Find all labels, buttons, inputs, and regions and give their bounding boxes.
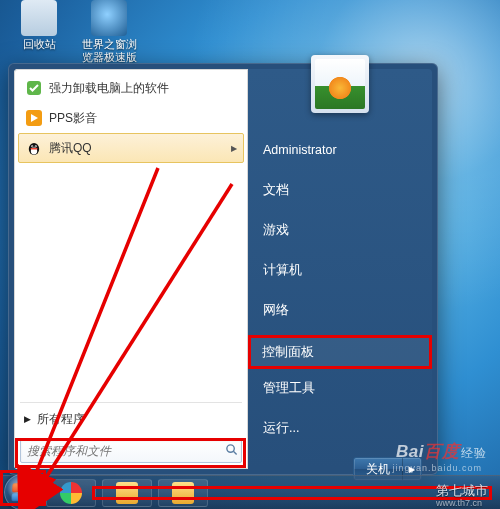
right-item-label: Administrator	[263, 143, 337, 157]
watermark-baidu: Bai百度经验	[396, 440, 486, 463]
right-item-label: 运行...	[263, 420, 299, 437]
right-item-documents[interactable]: 文档	[248, 175, 432, 205]
desktop-icon-label: 世界之窗浏 览器极速版	[82, 38, 137, 63]
annotation-box-start-orb	[0, 470, 46, 506]
program-item-pps[interactable]: PPS影音	[18, 103, 244, 133]
svg-point-8	[35, 146, 36, 147]
right-item-games[interactable]: 游戏	[248, 215, 432, 245]
browser-icon	[91, 0, 127, 36]
triangle-right-icon: ▶	[24, 414, 31, 424]
taskbar-item-browser[interactable]	[46, 479, 96, 507]
right-item-label: 控制面板	[262, 344, 314, 361]
right-item-run[interactable]: 运行...	[248, 413, 432, 443]
program-item-qq[interactable]: 腾讯QQ ▶	[18, 133, 244, 163]
recycle-bin-icon	[21, 0, 57, 36]
start-menu-right-pane: Administrator 文档 游戏 计算机 网络 控制面板 管理工具 运行.…	[248, 69, 432, 469]
svg-rect-9	[31, 148, 38, 150]
annotation-box-search	[15, 438, 246, 468]
divider	[20, 402, 242, 403]
start-menu-programs-list: 强力卸载电脑上的软件 PPS影音 腾讯Q	[14, 69, 248, 400]
right-item-label: 文档	[263, 182, 289, 199]
right-item-administrator[interactable]: Administrator	[248, 135, 432, 165]
program-label: PPS影音	[49, 110, 97, 127]
right-item-admin-tools[interactable]: 管理工具	[248, 373, 432, 403]
right-item-label: 管理工具	[263, 380, 315, 397]
right-item-control-panel[interactable]: 控制面板	[248, 335, 432, 369]
right-item-computer[interactable]: 计算机	[248, 255, 432, 285]
all-programs-label: 所有程序	[37, 411, 85, 428]
right-item-label: 网络	[263, 302, 289, 319]
program-item-uninstall[interactable]: 强力卸载电脑上的软件	[18, 73, 244, 103]
right-item-network[interactable]: 网络	[248, 295, 432, 325]
svg-point-7	[32, 146, 33, 147]
desktop-icon-recycle-bin[interactable]: 回收站	[8, 0, 70, 51]
watermark-baidu-url: jingyan.baidu.com	[392, 463, 482, 473]
program-label: 强力卸载电脑上的软件	[49, 80, 169, 97]
all-programs-button[interactable]: ▶ 所有程序	[14, 405, 248, 433]
annotation-box-taskbar	[92, 486, 492, 500]
browser-swirl-icon	[60, 482, 82, 504]
right-item-label: 游戏	[263, 222, 289, 239]
start-menu: 强力卸载电脑上的软件 PPS影音 腾讯Q	[8, 63, 438, 475]
program-label: 腾讯QQ	[49, 140, 92, 157]
right-item-label: 计算机	[263, 262, 302, 279]
desktop-icon-label: 回收站	[23, 38, 56, 50]
desktop-icon-browser[interactable]: 世界之窗浏 览器极速版	[78, 0, 140, 64]
avatar-image	[315, 59, 365, 109]
watermark-city: 第七城市www.th7.cn	[436, 482, 488, 508]
submenu-arrow-icon: ▶	[231, 144, 237, 153]
qq-penguin-icon	[25, 139, 43, 157]
user-avatar[interactable]	[311, 55, 369, 113]
program-icon	[25, 109, 43, 127]
start-menu-left-pane: 强力卸载电脑上的软件 PPS影音 腾讯Q	[14, 69, 248, 469]
program-icon	[25, 79, 43, 97]
